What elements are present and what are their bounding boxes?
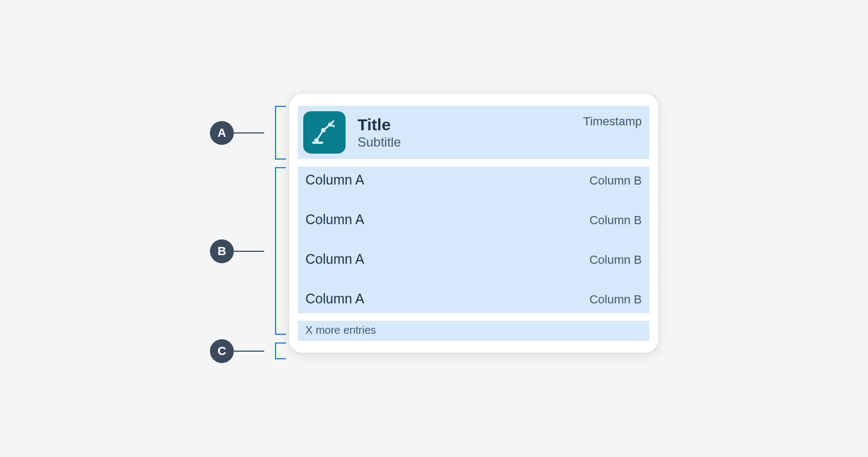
annotation-badge-b: B [210, 239, 234, 263]
table-row: Column A Column B [305, 172, 642, 188]
card-timestamp: Timestamp [583, 115, 642, 129]
card-title: Title [358, 115, 583, 133]
diagram-stage: A B C [210, 94, 658, 353]
table-row: Column A Column B [305, 212, 642, 227]
column-a-value: Column A [305, 291, 364, 307]
annotation-connector-a [234, 132, 264, 134]
bracket-a [275, 106, 286, 160]
title-block: Title Subtitle [358, 115, 583, 149]
card-footer: X more entries [298, 321, 649, 341]
annotation-rail: A B C [210, 94, 275, 353]
column-a-value: Column A [305, 172, 364, 188]
card: Title Subtitle Timestamp Column A Column… [289, 94, 658, 353]
table-row: Column A Column B [305, 251, 642, 267]
bracket-column [275, 94, 289, 353]
column-b-value: Column B [589, 174, 642, 188]
column-b-value: Column B [589, 213, 642, 227]
bracket-c [275, 342, 286, 359]
card-icon-tile [303, 111, 346, 154]
annotation-connector-c [234, 351, 264, 352]
card-subtitle: Subtitle [358, 134, 583, 149]
robot-arm-icon [311, 118, 338, 147]
annotation-connector-b [234, 251, 264, 252]
table-row: Column A Column B [305, 291, 642, 307]
column-a-value: Column A [305, 212, 364, 227]
svg-point-2 [328, 123, 332, 126]
annotation-badge-a: A [210, 121, 234, 145]
card-body: Column A Column B Column A Column B Colu… [298, 167, 649, 313]
bracket-b [275, 167, 286, 335]
column-b-value: Column B [589, 253, 642, 267]
column-b-value: Column B [589, 293, 642, 307]
svg-point-0 [321, 128, 326, 132]
column-a-value: Column A [305, 251, 364, 267]
card-header: Title Subtitle Timestamp [298, 106, 649, 159]
more-entries-label[interactable]: X more entries [305, 324, 642, 337]
annotation-badge-c: C [210, 339, 234, 363]
